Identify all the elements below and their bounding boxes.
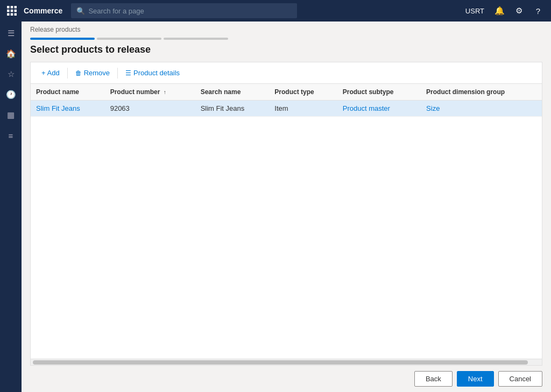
col-header-search-name[interactable]: Search name xyxy=(195,84,270,101)
sidebar-star-icon[interactable]: ☆ xyxy=(1,65,20,84)
svg-rect-2 xyxy=(15,6,17,9)
back-button[interactable]: Back xyxy=(414,371,453,387)
cell-product-type: Item xyxy=(269,101,337,117)
sidebar-table-icon[interactable]: ▦ xyxy=(1,105,20,125)
search-bar[interactable]: 🔍 xyxy=(71,3,297,18)
progress-step-2 xyxy=(97,38,161,40)
cell-product-number: 92063 xyxy=(105,101,195,117)
toolbar-separator-2 xyxy=(117,68,118,79)
breadcrumb: Release products xyxy=(22,22,551,35)
details-icon: ☰ xyxy=(125,69,131,77)
col-header-product-dimension-group[interactable]: Product dimension group xyxy=(421,84,542,101)
sidebar-list-icon[interactable]: ≡ xyxy=(1,126,20,145)
help-icon[interactable]: ? xyxy=(529,2,547,19)
svg-rect-5 xyxy=(15,10,17,12)
svg-rect-0 xyxy=(7,6,10,9)
progress-steps xyxy=(22,35,551,44)
svg-rect-4 xyxy=(11,10,13,12)
toolbar: + Add 🗑 Remove ☰ Product details xyxy=(31,62,542,84)
topbar: Commerce 🔍 USRT 🔔 ⚙ ? xyxy=(0,0,551,22)
svg-rect-3 xyxy=(7,10,10,12)
page-title: Select products to release xyxy=(22,44,551,62)
sort-icon: ↑ xyxy=(164,89,166,95)
sidebar-recent-icon[interactable]: 🕐 xyxy=(1,85,20,104)
horizontal-scrollbar[interactable] xyxy=(31,359,542,365)
footer: Back Next Cancel xyxy=(22,366,551,392)
svg-rect-1 xyxy=(11,6,13,9)
table-header-row: Product name Product number ↑ Search nam… xyxy=(31,84,542,101)
progress-step-3 xyxy=(164,38,228,40)
sidebar-menu-icon[interactable]: ☰ xyxy=(1,24,20,43)
col-header-product-subtype[interactable]: Product subtype xyxy=(337,84,421,101)
progress-step-1 xyxy=(30,38,95,40)
search-icon: 🔍 xyxy=(76,7,85,15)
notifications-icon[interactable]: 🔔 xyxy=(491,2,508,19)
col-header-product-name[interactable]: Product name xyxy=(31,84,105,101)
topbar-right: USRT 🔔 ⚙ ? xyxy=(461,2,547,19)
cancel-button[interactable]: Cancel xyxy=(498,371,542,387)
trash-icon: 🗑 xyxy=(75,69,82,77)
scrollbar-thumb[interactable] xyxy=(33,360,528,365)
svg-rect-8 xyxy=(15,13,17,16)
products-table: Product name Product number ↑ Search nam… xyxy=(31,84,542,117)
sidebar-home-icon[interactable]: 🏠 xyxy=(1,44,20,63)
svg-rect-6 xyxy=(7,13,10,16)
content-panel: + Add 🗑 Remove ☰ Product details Product… xyxy=(30,62,542,366)
col-header-product-number[interactable]: Product number ↑ xyxy=(105,84,195,101)
add-button[interactable]: + Add xyxy=(37,67,64,79)
cell-search-name: Slim Fit Jeans xyxy=(195,101,270,117)
user-label: USRT xyxy=(461,7,489,15)
cell-product-name: Slim Fit Jeans xyxy=(31,101,105,117)
remove-button[interactable]: 🗑 Remove xyxy=(71,67,114,79)
product-details-button[interactable]: ☰ Product details xyxy=(121,67,184,79)
settings-icon[interactable]: ⚙ xyxy=(510,2,527,19)
search-input[interactable] xyxy=(88,7,292,15)
table-row[interactable]: Slim Fit Jeans 92063 Slim Fit Jeans Item… xyxy=(31,101,542,117)
cell-product-dimension-group: Size xyxy=(421,101,542,117)
svg-rect-7 xyxy=(11,13,13,16)
app-title: Commerce xyxy=(24,6,62,15)
cell-product-subtype: Product master xyxy=(337,101,421,117)
main-content: Release products Select products to rele… xyxy=(22,22,551,392)
toolbar-separator-1 xyxy=(67,68,68,79)
next-button[interactable]: Next xyxy=(457,371,494,387)
table-container[interactable]: Product name Product number ↑ Search nam… xyxy=(31,84,542,359)
col-header-product-type[interactable]: Product type xyxy=(269,84,337,101)
sidebar: ☰ 🏠 ☆ 🕐 ▦ ≡ xyxy=(0,22,22,392)
grid-icon[interactable] xyxy=(4,3,19,18)
